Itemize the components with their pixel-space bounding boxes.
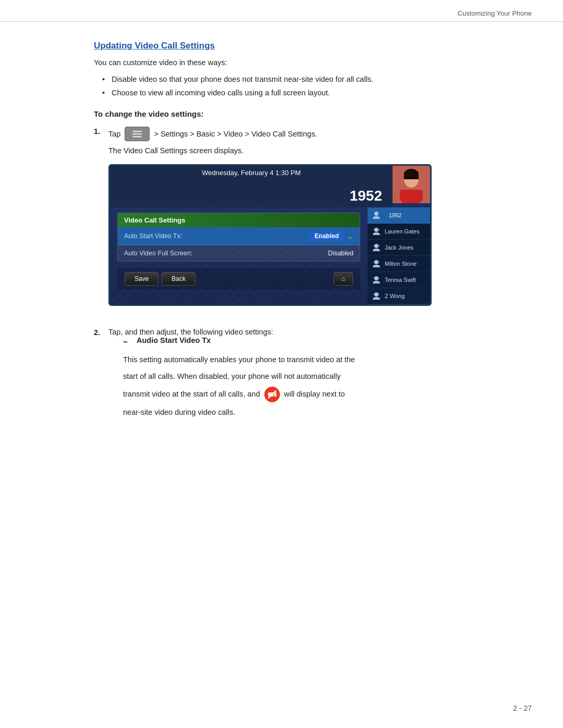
settings-row-2-value: Disabled [328,250,353,257]
header-text: Customizing Your Phone [458,9,532,17]
settings-row-1-value: Enabled ⌄ [309,231,353,241]
contact-item-lauren-gates[interactable]: Lauren Gates [368,224,430,240]
page-footer: 2 - 27 [513,704,532,712]
setting-desc-3: transmit video at the start of all calls… [123,387,500,402]
svg-rect-6 [404,174,419,179]
section-title: Updating Video Call Settings [94,41,500,51]
screen-caption: The Video Call Settings screen displays. [108,146,500,155]
enabled-badge: Enabled [309,231,344,241]
intro-text: You can customize video in these ways: [94,58,500,67]
contact-name-milton: Milton Stone [385,261,427,267]
save-button[interactable]: Save [125,272,158,286]
step-1-number: 1. [94,127,108,135]
contact-name-teresa: Teresa Swift [385,277,427,283]
step-2-number: 2. [94,328,108,337]
phone-main: Video Call Settings Auto Start Video Tx:… [110,207,368,304]
contact-item-milton-stone[interactable]: Milton Stone [368,256,430,272]
settings-panel[interactable]: Video Call Settings Auto Start Video Tx:… [117,213,360,262]
settings-row-2[interactable]: Auto Video Full Screen: Disabled [118,245,360,261]
contact-name-wong: Z Wong [385,293,427,299]
phone-date-time: Wednesday, February 4 1:30 PM [115,169,387,188]
contact-icon-jack [371,242,382,253]
svg-point-22 [374,292,378,297]
menu-icon [131,129,143,139]
dropdown-arrow-icon[interactable]: ⌄ [347,232,353,240]
phone-header-top: Wednesday, February 4 1:30 PM 1952 [110,166,430,207]
home-icon: ⌂ [341,275,345,282]
page-header: Customizing Your Phone [0,0,563,22]
dash-label: Audio Start Video Tx [137,336,211,344]
video-disabled-icon [264,387,280,402]
contact-item-z-wong[interactable]: Z Wong [368,288,430,304]
step2-content-inner: – Audio Start Video Tx This setting auto… [108,336,500,418]
svg-rect-0 [132,131,142,132]
settings-row-1-label: Auto Start Video Tx: [124,232,309,240]
contact-icon-wong [371,291,382,301]
bullet-list: Disable video so that your phone does no… [94,75,500,97]
tap-line: Tap > Settings > Basic > Video > Video C… [108,127,500,141]
step-1-instruction: > Settings > Basic > Video > Video Call … [154,130,317,138]
contact-icon-milton [371,258,382,269]
step-2-content: Tap, and then adjust, the following vide… [108,328,500,418]
phone-sidebar: 1952 L [368,207,430,304]
dash-bullet: – [123,336,131,348]
bullet-item-1: Disable video so that your phone does no… [102,75,500,83]
page-number: 2 - 27 [513,704,532,712]
contact-icon-teresa [371,275,382,285]
step-1-content: Tap > Settings > Basic > Video > Video C… [108,127,500,320]
contact-item-teresa-swift[interactable]: Teresa Swift [368,272,430,288]
dash-item-audio: – Audio Start Video Tx [123,336,500,348]
svg-point-10 [374,228,378,232]
settings-row-1[interactable]: Auto Start Video Tx: Enabled ⌄ [118,227,360,245]
tap-label: Tap [108,130,120,138]
contact-item-jack-jones[interactable]: Jack Jones [368,240,430,256]
phone-bottom-bar: Save Back ⌂ [117,268,360,290]
contact-name-lauren: Lauren Gates [385,228,427,235]
home-button[interactable]: ⌂ [334,272,353,286]
contact-icon-1952 [371,210,382,220]
svg-point-19 [374,276,378,280]
avatar-svg [393,166,430,203]
sub-heading: To change the video settings: [94,109,500,118]
setting-desc-1: This setting automatically enables your … [123,354,500,366]
settings-row-2-label: Auto Video Full Screen: [124,250,328,257]
contact-name-jack: Jack Jones [385,244,427,251]
step-2: 2. Tap, and then adjust, the following v… [94,328,500,418]
svg-point-9 [374,212,378,216]
contact-icon-lauren [371,226,382,237]
content-area: Updating Video Call Settings You can cus… [0,22,563,457]
step-1: 1. Tap > Settings > Basic > Video > Vide… [94,127,500,320]
bullet-item-2: Choose to view all incoming video calls … [102,89,500,97]
svg-point-16 [374,260,378,264]
settings-panel-title: Video Call Settings [118,213,360,227]
step-2-text: Tap, and then adjust, the following vide… [108,328,500,336]
phone-screen: Wednesday, February 4 1:30 PM 1952 [108,164,432,306]
svg-rect-1 [132,133,142,135]
avatar-photo [393,166,430,203]
phone-header-left: Wednesday, February 4 1:30 PM 1952 [110,166,393,207]
phone-number-display: 1952 [115,188,387,204]
back-button[interactable]: Back [162,272,195,286]
setting-desc-5: near-site video during video calls. [123,406,500,418]
svg-rect-8 [400,190,423,200]
contact-item-1952[interactable]: 1952 [368,207,430,224]
contact-number-badge: 1952 [385,211,406,219]
menu-icon-button[interactable] [125,127,150,141]
svg-rect-2 [132,136,142,138]
svg-point-13 [374,244,378,248]
phone-body: Video Call Settings Auto Start Video Tx:… [110,207,430,304]
setting-desc-2: start of all calls. When disabled, your … [123,371,500,382]
